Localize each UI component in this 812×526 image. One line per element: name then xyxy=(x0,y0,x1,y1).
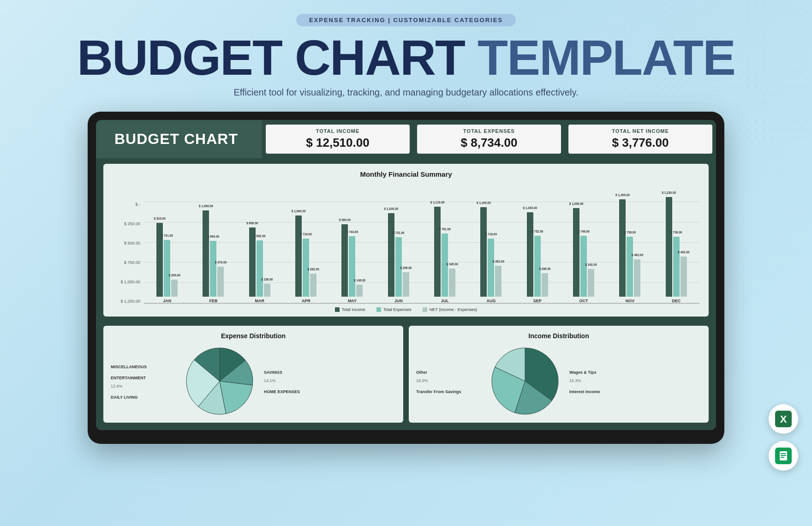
bar: $ 718.00 xyxy=(488,239,494,297)
pie-label-item: HOME EXPENSES xyxy=(264,387,319,395)
expense-labels-right: SAVINGS14.1%HOME EXPENSES xyxy=(264,367,319,395)
bar-value-label: $ 1,090.00 xyxy=(569,202,584,205)
bars-row: $ 1,230.00$ 738.00$ 492.00 xyxy=(653,197,699,297)
sheets-icon[interactable] xyxy=(769,441,798,471)
bar: $ 209.00 xyxy=(171,280,178,297)
expense-pie-title: Expense Distribution xyxy=(111,332,396,340)
legend-swatch xyxy=(423,307,427,312)
legend-item: Total Income xyxy=(335,307,365,312)
month-group: $ 1,110.00$ 781.00$ 345.00JUL xyxy=(422,202,468,303)
stat-expenses-value: $ 8,734.00 xyxy=(424,136,554,150)
main-title: BUDGET CHART TEMPLATE xyxy=(77,33,735,83)
bar-value-label: $ 1,030.00 xyxy=(384,207,398,210)
bar-value-label: $ 1,230.00 xyxy=(662,191,676,194)
bar: $ 1,090.00 xyxy=(573,208,579,297)
bar-value-label: $ 731.00 xyxy=(393,231,404,234)
y-labels: $ 1,250.00$ 1,000.00$ 750.00$ 500.00$ 25… xyxy=(113,202,140,304)
bar-value-label: $ 342.00 xyxy=(585,263,597,266)
y-label: $ 500.00 xyxy=(113,241,140,245)
month-group: $ 1,200.00$ 738.00$ 462.00NOV xyxy=(607,202,653,303)
month-label: SEP xyxy=(533,299,542,303)
month-group: $ 1,000.00$ 718.00$ 282.00APR xyxy=(283,202,329,303)
bars-row: $ 1,100.00$ 718.00$ 382.00 xyxy=(468,207,514,297)
main-container: EXPENSE TRACKING | CUSTOMIZABLE CATEGORI… xyxy=(0,0,812,444)
bars-area: $ 910.00$ 701.00$ 209.00JAN$ 1,060.00$ 6… xyxy=(144,202,699,304)
bar-value-label: $ 1,100.00 xyxy=(477,201,491,204)
y-label: $ 250.00 xyxy=(113,221,140,226)
bar-value-label: $ 738.00 xyxy=(670,231,682,234)
legend-swatch xyxy=(376,307,381,312)
bar: $ 738.00 xyxy=(673,237,680,297)
legend-label: Total Expenses xyxy=(383,307,412,312)
top-badge: EXPENSE TRACKING | CUSTOMIZABLE CATEGORI… xyxy=(296,14,516,26)
income-pie-section: Income Distribution Other18.0%Transfer F… xyxy=(409,326,709,423)
dashboard-header: BUDGET CHART TOTAL INCOME $ 12,510.00 TO… xyxy=(96,120,716,158)
stat-expenses-label: TOTAL EXPENSES xyxy=(424,128,554,134)
y-label: $ - xyxy=(113,202,140,207)
bar: $ 850.00 xyxy=(249,227,256,297)
bars-row: $ 1,030.00$ 731.00$ 299.00 xyxy=(376,213,422,297)
bar-value-label: $ 299.00 xyxy=(400,266,412,269)
svg-rect-5 xyxy=(781,455,786,456)
month-group: $ 1,030.00$ 731.00$ 299.00JUN xyxy=(376,202,422,303)
month-label: APR xyxy=(302,299,310,303)
bar-value-label: $ 718.00 xyxy=(485,233,497,236)
chart-section: Monthly Financial Summary $ 1,250.00$ 1,… xyxy=(96,158,716,320)
bar-value-label: $ 890.00 xyxy=(339,218,351,221)
tablet-frame: BUDGET CHART TOTAL INCOME $ 12,510.00 TO… xyxy=(88,112,724,444)
svg-text:X: X xyxy=(780,413,787,425)
bar-value-label: $ 345.00 xyxy=(446,263,458,266)
pie-label-item: DAILY LIVING xyxy=(111,392,175,400)
stat-net-label: TOTAL NET INCOME xyxy=(576,128,705,134)
bars-row: $ 850.00$ 692.00$ 158.00 xyxy=(237,227,283,297)
month-label: MAR xyxy=(255,299,265,303)
bar-value-label: $ 690.00 xyxy=(208,235,219,238)
subtitle: Efficient tool for visualizing, tracking… xyxy=(233,87,578,98)
bar: $ 1,100.00 xyxy=(480,207,487,297)
tablet-inner: BUDGET CHART TOTAL INCOME $ 12,510.00 TO… xyxy=(96,120,716,430)
bar: $ 752.00 xyxy=(534,236,541,297)
month-group: $ 890.00$ 744.00$ 146.00MAY xyxy=(329,202,375,303)
bar: $ 370.00 xyxy=(217,267,224,297)
bar: $ 282.00 xyxy=(310,274,316,297)
bar-chart-area: $ 1,250.00$ 1,000.00$ 750.00$ 500.00$ 25… xyxy=(113,184,699,304)
month-group: $ 1,060.00$ 690.00$ 370.00FEB xyxy=(190,202,236,303)
month-group: $ 1,230.00$ 738.00$ 492.00DEC xyxy=(653,202,699,303)
stat-net-value: $ 3,776.00 xyxy=(576,136,705,150)
pie-label-item: Other18.0% xyxy=(416,367,481,384)
pie-label-item: SAVINGS14.1% xyxy=(264,367,319,384)
bar: $ 692.00 xyxy=(257,240,263,297)
income-pie-chart xyxy=(488,344,562,418)
expense-pie-content: MISCELLANEOUSENTERTAINMENT12.6%DAILY LIV… xyxy=(111,344,396,418)
legend-item: Total Expenses xyxy=(376,307,412,312)
month-label: JAN xyxy=(163,299,171,303)
excel-icon[interactable]: X xyxy=(769,404,798,434)
bars-row: $ 1,090.00$ 748.00$ 342.00 xyxy=(561,208,607,297)
expense-pie-chart xyxy=(183,344,257,418)
bar-value-label: $ 701.00 xyxy=(161,234,173,237)
pie-label-item: Transfer From Savings xyxy=(416,387,481,395)
bar-value-label: $ 718.00 xyxy=(300,233,311,236)
month-label: JUN xyxy=(394,299,403,303)
dashboard-title: BUDGET CHART xyxy=(114,131,238,148)
stat-income: TOTAL INCOME $ 12,510.00 xyxy=(266,125,410,154)
stat-income-label: TOTAL INCOME xyxy=(273,128,402,134)
stats-area: TOTAL INCOME $ 12,510.00 TOTAL EXPENSES … xyxy=(262,120,716,158)
bar-value-label: $ 1,040.00 xyxy=(523,206,537,209)
bars-row: $ 1,040.00$ 752.00$ 288.00 xyxy=(514,212,561,297)
month-group: $ 1,100.00$ 718.00$ 382.00AUG xyxy=(468,202,514,303)
bar-value-label: $ 781.00 xyxy=(439,227,450,231)
bar-value-label: $ 850.00 xyxy=(246,221,258,225)
pie-label-item: ENTERTAINMENT12.6% xyxy=(111,373,175,389)
bar: $ 1,000.00 xyxy=(295,215,302,297)
bars-row: $ 1,060.00$ 690.00$ 370.00 xyxy=(190,210,236,297)
bar-value-label: $ 492.00 xyxy=(678,251,689,254)
bar-value-label: $ 209.00 xyxy=(169,274,180,277)
chart-container: Monthly Financial Summary $ 1,250.00$ 1,… xyxy=(103,164,709,317)
bar: $ 342.00 xyxy=(588,269,594,297)
stat-income-value: $ 12,510.00 xyxy=(273,136,402,150)
bar: $ 382.00 xyxy=(495,266,502,297)
bar-value-label: $ 738.00 xyxy=(624,231,636,234)
bars-row: $ 1,110.00$ 781.00$ 345.00 xyxy=(422,207,468,297)
month-group: $ 1,090.00$ 748.00$ 342.00OCT xyxy=(561,202,607,303)
